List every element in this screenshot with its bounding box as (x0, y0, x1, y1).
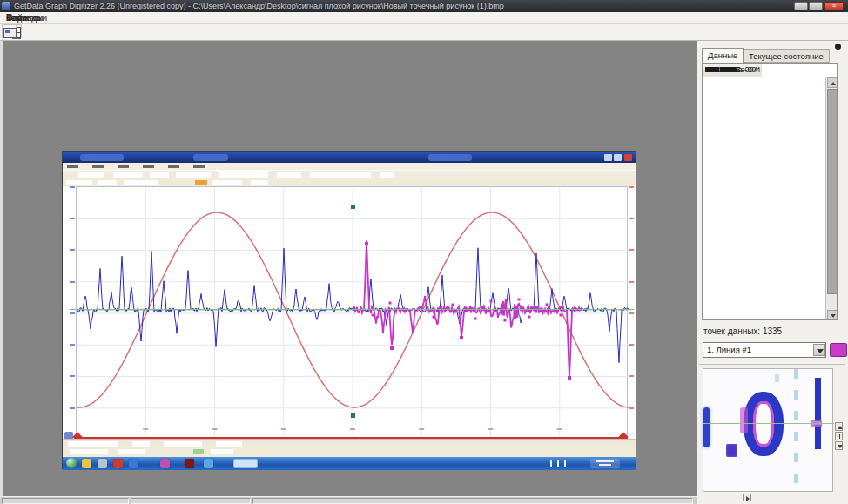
dropdown-arrow-button[interactable] (813, 344, 825, 356)
title-bar: GetData Graph Digitizer 2.26 (Unregister… (0, 0, 848, 12)
embedded-close-icon (624, 154, 632, 161)
menu-справка[interactable]: Справка (0, 12, 46, 24)
scroll-up-button[interactable] (827, 77, 838, 88)
tab-current-state[interactable]: Текущее состояние (743, 49, 830, 63)
pager-divider (835, 432, 843, 440)
preview-pixel-glyph (775, 374, 779, 382)
app-icon (2, 2, 10, 10)
embedded-minimize-icon (604, 154, 612, 161)
taskbar-folder-icon (82, 459, 91, 468)
panel-pin-button[interactable] (835, 44, 841, 50)
frame2-icon[interactable] (2, 24, 17, 38)
embedded-title-blob (193, 154, 228, 161)
pager-right-button[interactable] (743, 494, 751, 501)
tray-icon (550, 460, 552, 467)
panel-separator (699, 364, 845, 366)
embedded-toolbar-strip (63, 447, 636, 457)
points-table: № X Y 0-4.305497e-0048.2533111.099958e-0… (702, 63, 838, 320)
preview-pixel-glyph (703, 407, 710, 447)
start-orb-icon (66, 458, 77, 468)
status-panel (252, 498, 693, 504)
menu-bar: ФайлКомандыВидУстановкиСправка (0, 12, 848, 24)
y-value: -8.5178 (703, 64, 748, 77)
status-bar (0, 496, 697, 504)
maximize-button[interactable] (809, 2, 823, 10)
embedded-menu-bar (63, 163, 636, 170)
minimize-button[interactable] (794, 2, 808, 10)
pager-up-button[interactable] (835, 422, 843, 431)
status-panel (2, 498, 129, 504)
embedded-windows-taskbar (63, 457, 636, 470)
preview-pixel-glyph (740, 407, 748, 433)
taskbar-active-window (233, 459, 258, 468)
preview-horizontal-pager (743, 494, 781, 501)
scrollbar-thumb[interactable] (827, 89, 838, 294)
embedded-status-strip (63, 439, 636, 447)
taskbar-red-app-icon (113, 459, 123, 468)
preview-vertical-pager (835, 422, 843, 452)
line-select-value: 1. Линия #1 (707, 345, 751, 354)
preview-pixel-glyph (726, 444, 737, 457)
status-panel (131, 498, 251, 504)
window-title: GetData Graph Digitizer 2.26 (Unregister… (14, 0, 763, 12)
preview-pixel-glyph (744, 392, 784, 456)
tray-icon (564, 460, 566, 467)
embedded-title-blob (428, 154, 472, 161)
digitizer-canvas[interactable] (76, 186, 628, 439)
points-count-label: точек данных: 1335 (703, 326, 782, 336)
embedded-toolbar-1 (63, 170, 636, 178)
close-button[interactable]: × (824, 2, 844, 10)
magnifier-preview (703, 368, 833, 492)
line-color-swatch[interactable] (830, 343, 847, 357)
scroll-down-button[interactable] (827, 310, 838, 320)
embedded-title-blob (80, 154, 124, 161)
preview-pixel-glyph (815, 378, 821, 421)
taskbar-gray-app-icon (98, 459, 107, 468)
zero-level-line (70, 309, 634, 310)
digitized-screenshot-image[interactable] (62, 151, 636, 469)
taskbar-lightblue-app-icon (204, 459, 213, 468)
workspace (0, 41, 697, 496)
pager-down-button[interactable] (835, 441, 843, 450)
embedded-left-axis-ticks (70, 186, 75, 439)
preview-crosshair-line (703, 423, 834, 424)
preview-dashed-gridline (794, 369, 798, 493)
line-select-dropdown[interactable]: 1. Линия #1 (703, 342, 826, 358)
embedded-toolbar-2 (63, 178, 636, 186)
crosshair-handle[interactable] (351, 413, 355, 418)
embedded-right-axis-ticks (629, 186, 634, 439)
table-scrollbar[interactable] (825, 77, 838, 320)
tray-icon (557, 460, 559, 467)
taskbar-darkred-app-icon (185, 459, 194, 468)
taskbar-blue-app-icon (129, 459, 138, 468)
embedded-title-bar (63, 152, 636, 163)
toolbar: ~+«+ (0, 24, 848, 41)
embedded-maximize-icon (614, 154, 622, 161)
crosshair-handle[interactable] (351, 205, 355, 209)
tab-data[interactable]: Данные (702, 48, 744, 63)
data-panel: Данные Текущее состояние № X Y 0-4.30549… (697, 41, 848, 504)
preview-pixel-glyph (815, 425, 821, 449)
tray-clock (590, 459, 620, 468)
getdata-app-window: GetData Graph Digitizer 2.26 (Unregister… (0, 0, 848, 504)
taskbar-magenta-app-icon (160, 459, 170, 468)
